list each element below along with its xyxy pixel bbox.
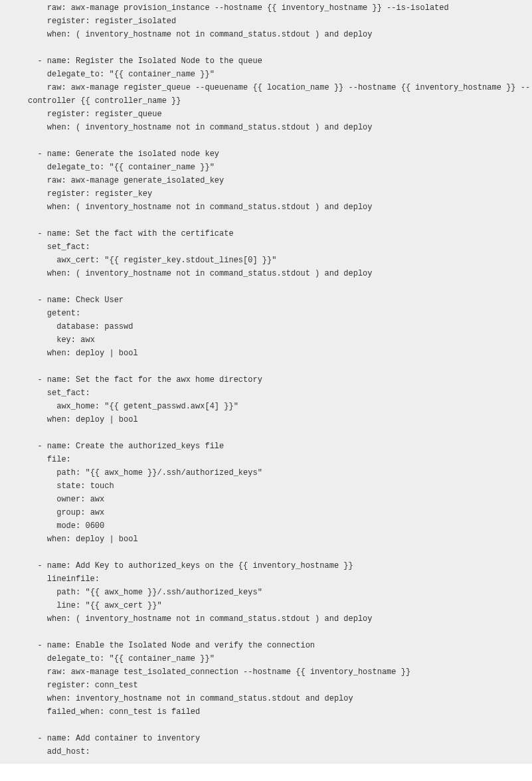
- code-block: raw: awx-manage provision_instance --hos…: [0, 0, 532, 764]
- code-line: awx_cert: "{{ register_key.stdout_lines[…: [0, 254, 532, 267]
- code-line: [0, 546, 532, 559]
- code-line: owner: awx: [0, 493, 532, 506]
- code-line: delegate_to: "{{ container_name }}": [0, 652, 532, 665]
- code-line: [0, 426, 532, 440]
- code-line: set_fact:: [0, 240, 532, 254]
- code-line: key: awx: [0, 333, 532, 347]
- code-line: register: register_isolated: [0, 15, 532, 28]
- code-line: raw: awx-manage register_queue --queuena…: [0, 81, 532, 108]
- code-line: raw: awx-manage generate_isolated_key: [0, 174, 532, 187]
- code-line: register: register_key: [0, 187, 532, 201]
- code-line: line: "{{ awx_cert }}": [0, 599, 532, 612]
- code-line: - name: Add Key to authorized_keys on th…: [0, 559, 532, 572]
- code-line: file:: [0, 453, 532, 466]
- code-line: awx_home: "{{ getent_passwd.awx[4] }}": [0, 400, 532, 413]
- code-line: lineinfile:: [0, 572, 532, 586]
- code-line: [0, 134, 532, 147]
- code-line: state: touch: [0, 479, 532, 493]
- code-line: - name: Check User: [0, 294, 532, 307]
- code-line: when: ( inventory_hostname not in comman…: [0, 267, 532, 280]
- code-line: when: ( inventory_hostname not in comman…: [0, 28, 532, 41]
- code-line: [0, 719, 532, 732]
- code-line: raw: awx-manage provision_instance --hos…: [0, 1, 532, 15]
- code-line: when: deploy | bool: [0, 533, 532, 546]
- code-line: when: ( inventory_hostname not in comman…: [0, 612, 532, 626]
- code-line: when: deploy | bool: [0, 347, 532, 360]
- code-line: - name: Set the fact for the awx home di…: [0, 373, 532, 387]
- code-line: register: register_queue: [0, 108, 532, 121]
- code-line: - name: Enable the Isolated Node and ver…: [0, 639, 532, 652]
- code-line: raw: awx-manage test_isolated_connection…: [0, 665, 532, 679]
- code-line: delegate_to: "{{ container_name }}": [0, 161, 532, 174]
- code-line: - name: Add container to inventory: [0, 732, 532, 745]
- code-line: path: "{{ awx_home }}/.ssh/authorized_ke…: [0, 466, 532, 479]
- code-line: [0, 41, 532, 54]
- code-line: when: inventory_hostname not in command_…: [0, 692, 532, 705]
- code-line: - name: Register the Isolated Node to th…: [0, 54, 532, 68]
- code-line: - name: Create the authorized_keys file: [0, 440, 532, 453]
- code-line: [0, 360, 532, 373]
- code-line: set_fact:: [0, 387, 532, 400]
- code-line: mode: 0600: [0, 519, 532, 533]
- code-line: failed_when: conn_test is failed: [0, 705, 532, 719]
- code-line: group: awx: [0, 506, 532, 519]
- code-line: - name: Generate the isolated node key: [0, 147, 532, 161]
- code-line: register: conn_test: [0, 679, 532, 692]
- code-line: path: "{{ awx_home }}/.ssh/authorized_ke…: [0, 586, 532, 599]
- code-line: [0, 214, 532, 227]
- code-line: [0, 626, 532, 639]
- code-line: database: passwd: [0, 320, 532, 333]
- code-line: - name: Set the fact with the certificat…: [0, 227, 532, 240]
- code-line: getent:: [0, 307, 532, 320]
- code-line: delegate_to: "{{ container_name }}": [0, 68, 532, 81]
- code-line: when: ( inventory_hostname not in comman…: [0, 121, 532, 134]
- code-line: add_host:: [0, 745, 532, 758]
- code-line: when: deploy | bool: [0, 413, 532, 426]
- code-line: [0, 280, 532, 294]
- code-line: when: ( inventory_hostname not in comman…: [0, 201, 532, 214]
